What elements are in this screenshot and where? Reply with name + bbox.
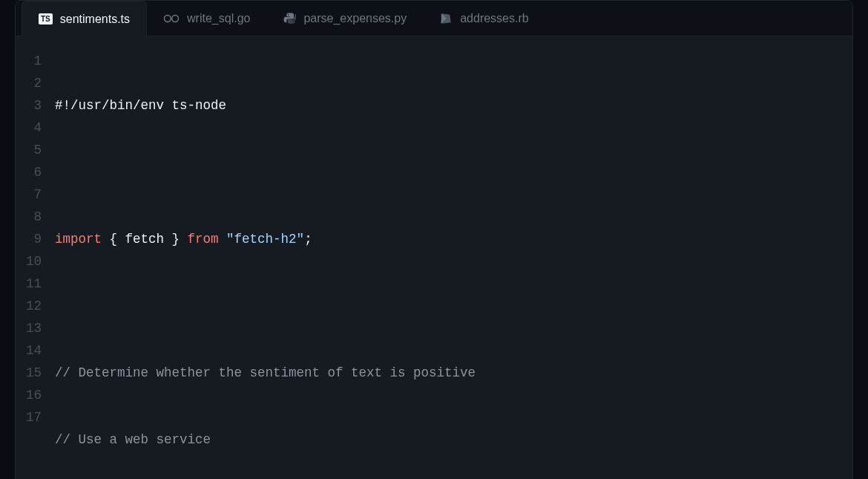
- code-line: // Use a web service: [55, 429, 852, 451]
- svg-point-0: [165, 15, 171, 22]
- tab-label: addresses.rb: [460, 12, 529, 25]
- code-line: import { fetch } from "fetch-h2";: [55, 228, 852, 250]
- python-icon: [283, 12, 296, 25]
- code-line: // Determine whether the sentiment of te…: [55, 362, 852, 384]
- code-content[interactable]: #!/usr/bin/env ts-node import { fetch } …: [55, 50, 852, 479]
- tab-label: sentiments.ts: [60, 13, 130, 26]
- tab-label: parse_expenses.py: [303, 12, 407, 25]
- ts-icon: TS: [39, 13, 53, 25]
- tab-bar: TS sentiments.ts write_sql.go parse_expe…: [16, 1, 852, 36]
- svg-point-1: [172, 15, 179, 22]
- code-line: #!/usr/bin/env ts-node: [55, 94, 852, 117]
- tab-parse-expenses-py[interactable]: parse_expenses.py: [266, 1, 423, 36]
- tab-label: write_sql.go: [187, 12, 250, 25]
- tab-addresses-rb[interactable]: addresses.rb: [423, 1, 545, 36]
- code-editor[interactable]: 1234567891011121314151617 #!/usr/bin/env…: [16, 36, 852, 479]
- editor-frame: TS sentiments.ts write_sql.go parse_expe…: [15, 0, 853, 479]
- tab-write-sql-go[interactable]: write_sql.go: [147, 1, 266, 36]
- go-icon: [163, 14, 180, 23]
- code-line: [55, 295, 852, 317]
- tab-sentiments-ts[interactable]: TS sentiments.ts: [22, 1, 147, 36]
- ruby-icon: [439, 12, 453, 25]
- line-number-gutter: 1234567891011121314151617: [16, 50, 55, 479]
- code-line: [55, 161, 852, 183]
